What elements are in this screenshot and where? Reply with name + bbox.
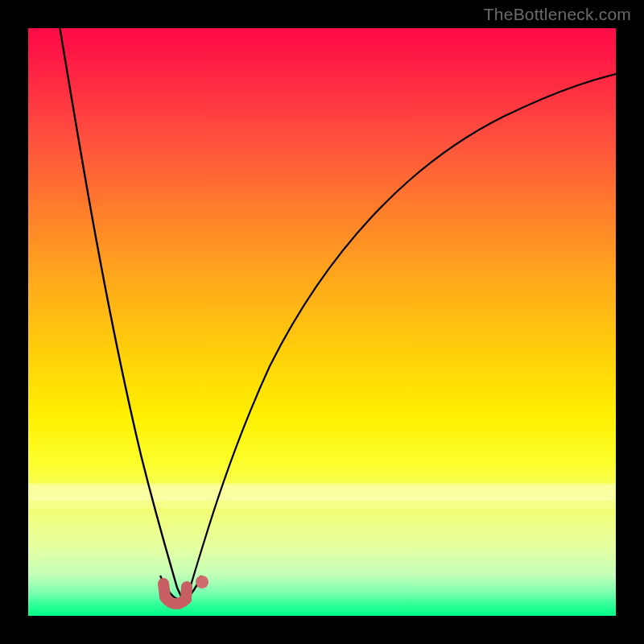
chart-frame: TheBottleneck.com — [0, 0, 644, 644]
curve-left-branch — [57, 28, 183, 600]
marker-trough-cluster — [163, 584, 187, 604]
plot-area — [28, 28, 616, 616]
watermark-text: TheBottleneck.com — [484, 5, 631, 24]
curve-layer — [28, 28, 616, 616]
curve-right-branch — [186, 68, 616, 601]
marker-point-right — [196, 576, 208, 588]
